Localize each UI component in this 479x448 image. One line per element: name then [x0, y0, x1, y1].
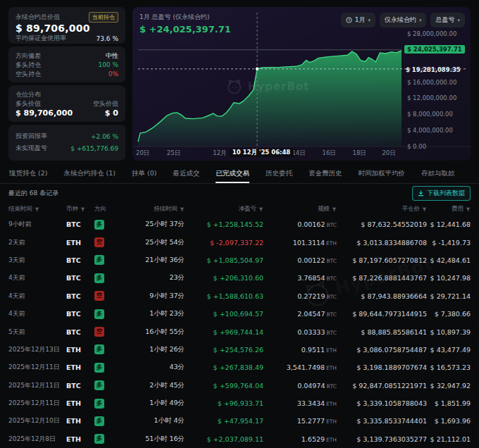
tab-1[interactable]: 永续合约持仓 (1) — [63, 165, 115, 183]
column-header-4[interactable]: 净盈亏 — [185, 205, 263, 213]
cell-size-value: 3,541.7498 — [287, 363, 325, 371]
cell-duration: 51小时 16分 — [120, 435, 185, 444]
column-header-label: 持续时间 — [154, 205, 178, 213]
pnl-chart-panel: 1月 总盈亏 (仅永续合约) $ +24,025,397.71 1月▾仅永续合约… — [132, 7, 471, 161]
download-button-label: 下载列表数据 — [427, 189, 465, 198]
tab-5[interactable]: 历史委托 — [266, 165, 292, 183]
reference-value-label: $ 19,281,089.35 — [406, 66, 461, 73]
long-side-badge: 多 — [94, 399, 104, 409]
table-row-9[interactable]: 2025年12月11日BTC多2小时 45分$ +599,764.040.049… — [0, 377, 479, 394]
cell-size-value: 0.00162 — [297, 220, 325, 228]
column-header-label: 规模 — [318, 205, 330, 213]
long-side-badge: 多 — [94, 273, 104, 283]
cell-size: 0.03333BTC — [263, 328, 337, 336]
column-header-1[interactable]: 币种 — [66, 205, 94, 213]
chart-control-label: 1月 — [355, 15, 366, 25]
chart-control-metric-button[interactable]: 总盈亏▾ — [430, 13, 465, 27]
chart-control-period-button[interactable]: 1月▾ — [341, 13, 375, 27]
cell-coin: BTC — [66, 328, 94, 336]
roi-label: 投资回报率 — [15, 132, 47, 141]
long-side-badge: 多 — [94, 309, 104, 319]
column-header-0[interactable]: 结束时间 — [8, 205, 66, 213]
table-header: 结束时间币种方向持续时间净盈亏规模平仓价费用 — [0, 203, 479, 216]
cell-end-time: 2025年12月8日 — [8, 435, 66, 444]
table-row-11[interactable]: 2025年12月10日ETH多1小时 4分$ +47,954.1715.2777… — [0, 412, 479, 430]
y-axis-label-2: $ 12,000,000.00 — [407, 94, 456, 101]
short-position-label: 空头持仓 — [15, 70, 41, 79]
filter-icon[interactable] — [80, 207, 85, 212]
table-row-5[interactable]: 4天前BTC多1小时 23分$ +100,694.572.04547BTC$ 8… — [0, 305, 479, 323]
position-distribution-card: 仓位分布 多头价值 空头价值 $ 89,706,000 $ 0 — [8, 85, 125, 122]
cell-coin: ETH — [66, 239, 94, 247]
table-row-12[interactable]: 2025年12月8日ETH多51小时 16分$ +2,037,089.111.6… — [0, 430, 479, 448]
table-row-3[interactable]: 4天前BTC多23分$ +206,310.603.76854BTC$ 87,22… — [0, 269, 479, 287]
cell-fee: $ 16,573.23 — [427, 363, 471, 371]
cell-duration: 25小时 37分 — [120, 220, 185, 229]
cell-close-price: $ 3,086.0758754487 — [337, 346, 427, 354]
x-axis-label-7: 20日 — [382, 149, 395, 158]
cell-size-unit: BTC — [326, 258, 337, 264]
table-row-1[interactable]: 2天前ETH空25小时 54分$ -2,097,337.22101.3114ET… — [0, 233, 479, 251]
chevron-down-icon: ▾ — [368, 18, 371, 23]
column-header-7[interactable]: 费用 — [427, 205, 471, 213]
table-row-7[interactable]: 2025年12月13日ETH多1小时 26分$ +254,576.260.951… — [0, 341, 479, 359]
cell-coin: ETH — [66, 417, 94, 425]
cell-size: 0.27219BTC — [263, 292, 337, 300]
filter-icon[interactable] — [35, 207, 39, 212]
cell-size: 101.3114ETH — [263, 239, 337, 247]
chart-control-scope-button[interactable]: 仅永续合约▾ — [380, 13, 427, 27]
column-header-3[interactable]: 持续时间 — [120, 205, 185, 213]
cell-fee: $ 42,484.61 — [427, 256, 471, 264]
long-side-badge: 多 — [94, 416, 104, 426]
chevron-down-icon: ▾ — [419, 18, 422, 23]
cell-side: 空 — [94, 291, 120, 301]
filter-icon[interactable] — [180, 207, 185, 212]
roi-card: 投资回报率 +2.06 % 未实现盈亏 $ +615,776.69 — [8, 125, 125, 161]
distribution-title: 仓位分布 — [15, 90, 118, 99]
cell-end-time: 4天前 — [8, 309, 66, 318]
filter-icon[interactable] — [259, 207, 263, 212]
chart-subtitle: 1月 总盈亏 (仅永续合约) — [139, 13, 231, 22]
cell-size-unit: ETH — [326, 401, 337, 407]
table-row-2[interactable]: 3天前BTC多21小时 36分$ +1,085,504.970.00122BTC… — [0, 251, 479, 269]
column-header-5[interactable]: 规模 — [263, 205, 337, 213]
cell-close-price: $ 3,013.8334886708 — [337, 239, 427, 247]
table-row-0[interactable]: 9小时前BTC多25小时 37分$ +1,258,145.520.00162BT… — [0, 216, 479, 233]
cell-close-price: $ 87,632.54552019 — [337, 220, 427, 228]
table-row-4[interactable]: 4天前BTC空9小时 37分$ +1,588,610.630.27219BTC$… — [0, 287, 479, 305]
table-row-10[interactable]: 2025年12月11日ETH多1小时 49分$ +96,933.7133.343… — [0, 394, 479, 412]
column-header-6[interactable]: 平仓价 — [337, 205, 427, 213]
cell-net-pnl: $ +969,744.14 — [185, 328, 263, 336]
tab-2[interactable]: 挂单 (0) — [132, 165, 156, 183]
table-row-8[interactable]: 2025年12月11日ETH多43分$ +267,838.493,541.749… — [0, 359, 479, 376]
cell-size: 0.9511ETH — [263, 346, 337, 354]
cell-fee: $ 21,112.01 — [427, 435, 471, 443]
long-position-pct: 100 % — [98, 61, 118, 68]
filter-icon[interactable] — [422, 207, 427, 212]
filter-icon[interactable] — [332, 207, 337, 212]
tab-6[interactable]: 资金费历史 — [309, 165, 342, 183]
y-axis-label-4: $ 4,000,000.00 — [407, 127, 453, 134]
tab-7[interactable]: 时间加权平均价 — [358, 165, 405, 183]
cell-end-time: 5天前 — [8, 328, 66, 337]
margin-usage-value: 73.6 % — [97, 35, 118, 42]
table-row-6[interactable]: 5天前BTC空16小时 55分$ +969,744.140.03333BTC$ … — [0, 323, 479, 340]
cell-coin: ETH — [66, 363, 94, 371]
tab-0[interactable]: 现货持仓 (2) — [9, 165, 47, 183]
cell-end-time: 2025年12月11日 — [8, 363, 66, 372]
cell-fee: $ 10,247.98 — [427, 274, 471, 282]
tab-3[interactable]: 最近成交 — [173, 165, 199, 183]
filter-icon[interactable] — [466, 207, 471, 212]
download-list-button[interactable]: 下载列表数据 — [412, 186, 471, 201]
total-value: $ 89,706,000 — [15, 23, 118, 34]
long-side-badge: 多 — [94, 434, 104, 444]
x-axis-label-5: 16日 — [322, 149, 335, 158]
short-position-pct: 0% — [108, 70, 118, 77]
cell-duration: 1小时 4分 — [120, 416, 185, 425]
cell-duration: 9小时 37分 — [120, 292, 185, 301]
cell-net-pnl: $ +47,954.17 — [185, 417, 263, 425]
tab-8[interactable]: 存款与取款 — [421, 165, 455, 183]
cell-side: 多 — [94, 363, 120, 373]
tab-4[interactable]: 已完成交易 — [216, 165, 249, 183]
cell-close-price: $ 88,885.85586141 — [337, 328, 427, 336]
